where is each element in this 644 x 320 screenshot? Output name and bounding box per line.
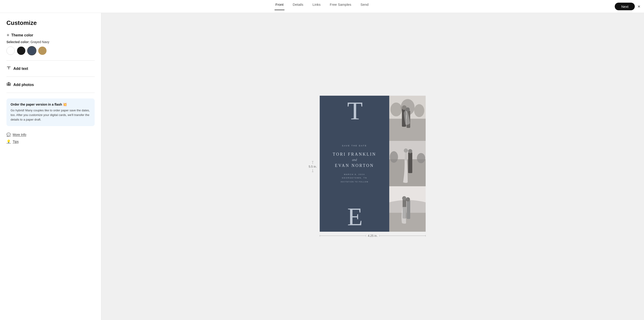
svg-rect-19 <box>405 151 408 160</box>
theme-color-title: Theme color <box>11 33 33 37</box>
svg-point-7 <box>390 102 402 116</box>
add-photos-icon <box>6 82 11 88</box>
card-left: T SAVE THE DATE TORI FRANKLIN and EVAN N… <box>320 96 389 232</box>
card-invitation: INVITATION TO FOLLOW <box>332 181 376 183</box>
footer-links: 💬 More Info 💡 Tips <box>6 131 95 144</box>
info-card-text: Go hybrid! Many couples like to order pa… <box>10 108 90 122</box>
swatch-white[interactable] <box>6 47 15 55</box>
card-text-block: SAVE THE DATE TORI FRANKLIN and EVAN NOR… <box>330 145 379 183</box>
height-label: 5.5 in. <box>309 164 317 169</box>
svg-point-13 <box>406 107 410 111</box>
vertical-dimension: 5.5 in. <box>309 96 317 237</box>
header-right: Next × <box>615 3 640 10</box>
sidebar: Customize ✳ Theme color Selected color: … <box>0 13 101 320</box>
svg-rect-21 <box>408 152 412 173</box>
svg-point-9 <box>414 104 424 117</box>
next-button[interactable]: Next <box>615 3 635 10</box>
tips-icon: 💡 <box>6 139 11 144</box>
tab-send[interactable]: Send <box>360 3 370 10</box>
card-name1: TORI FRANKLIN <box>332 151 376 158</box>
swatch-gold[interactable] <box>38 47 46 55</box>
theme-color-icon: ✳ <box>6 33 10 37</box>
svg-point-17 <box>390 151 398 163</box>
info-card-title: Order the paper version in a flash 💥 <box>10 103 90 106</box>
close-button[interactable]: × <box>638 4 640 9</box>
horizontal-dimension: 4.25 in. <box>320 234 426 237</box>
canvas-area: 5.5 in. T SAVE THE DATE TORI FRANKLIN an… <box>101 13 644 320</box>
card-save-the-date: SAVE THE DATE <box>332 145 376 147</box>
info-card: Order the paper version in a flash 💥 Go … <box>6 98 95 126</box>
swatch-black[interactable] <box>17 47 25 55</box>
width-label: 4.25 in. <box>366 234 380 237</box>
dim-line-h-right <box>379 236 426 236</box>
selected-color-name: Grayed Navy <box>30 40 49 44</box>
card-preview: T SAVE THE DATE TORI FRANKLIN and EVAN N… <box>320 96 426 232</box>
card-date: MARCH 8, 2024 GEORGETOWN, TN <box>332 173 376 180</box>
card-monogram-top: T <box>347 98 362 123</box>
main-layout: Customize ✳ Theme color Selected color: … <box>0 13 644 320</box>
selected-color-prefix: Selected color: <box>6 40 30 44</box>
sidebar-title: Customize <box>6 19 95 27</box>
color-swatches <box>6 47 95 55</box>
card-preview-wrapper: 5.5 in. T SAVE THE DATE TORI FRANKLIN an… <box>320 96 426 237</box>
svg-point-18 <box>417 153 425 163</box>
add-photos-section[interactable]: Add photos <box>6 77 95 93</box>
svg-rect-28 <box>407 200 410 219</box>
more-info-label: More Info <box>13 133 26 137</box>
card-right <box>389 96 426 232</box>
add-text-label: Add text <box>13 67 28 71</box>
tips-label: Tips <box>13 140 19 143</box>
card-photo-3 <box>389 186 426 232</box>
svg-point-29 <box>402 196 406 200</box>
card-monogram-bottom: E <box>347 204 362 229</box>
add-text-icon <box>6 66 11 72</box>
theme-color-section: ✳ Theme color Selected color: Grayed Nav… <box>6 33 95 61</box>
card-name2: EVAN NORTON <box>332 162 376 169</box>
card-photo-2 <box>389 141 426 186</box>
svg-rect-1 <box>8 67 9 69</box>
selected-color-label: Selected color: Grayed Navy <box>6 40 95 44</box>
nav-tabs: Front Details Links Free Samples Send <box>274 3 370 10</box>
svg-point-20 <box>404 148 408 153</box>
tab-free-samples[interactable]: Free Samples <box>329 3 352 10</box>
dim-line-h-left <box>320 236 366 236</box>
tab-links[interactable]: Links <box>312 3 322 10</box>
tab-details[interactable]: Details <box>292 3 304 10</box>
header: Front Details Links Free Samples Send Ne… <box>0 0 644 13</box>
tab-front[interactable]: Front <box>274 3 284 10</box>
card-and: and <box>332 158 376 162</box>
add-photos-label: Add photos <box>13 83 34 87</box>
tips-link[interactable]: 💡 Tips <box>6 139 95 144</box>
more-info-icon: 💬 <box>6 133 11 137</box>
add-text-section[interactable]: Add text <box>6 61 95 77</box>
section-header: ✳ Theme color <box>6 33 95 37</box>
more-info-link[interactable]: 💬 More Info <box>6 133 95 137</box>
swatch-navy[interactable] <box>28 47 36 55</box>
card-photo-1 <box>389 96 426 141</box>
